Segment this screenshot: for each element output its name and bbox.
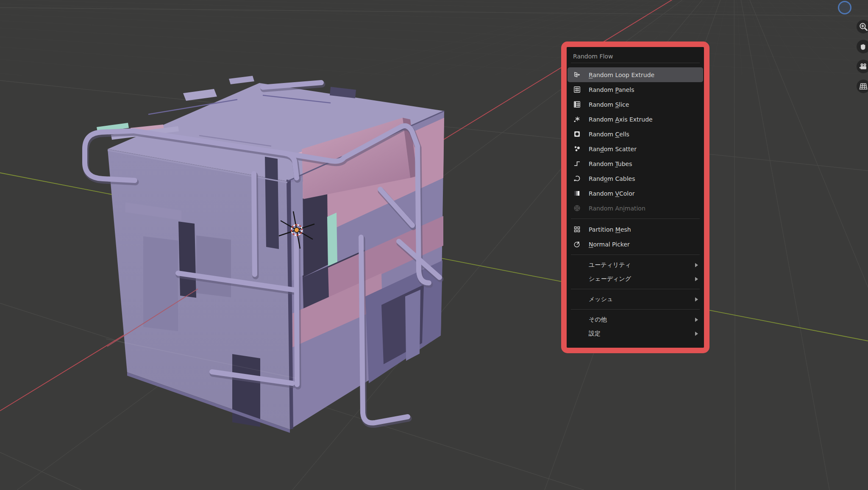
- cables-icon: [573, 175, 583, 183]
- menu-title: Random Flow: [567, 47, 704, 60]
- camera-view-button[interactable]: [857, 60, 868, 73]
- menu-separator: [571, 255, 700, 255]
- menu-item-label: Random Panels: [589, 86, 634, 93]
- menu-item-random-axis-extrude[interactable]: Random Axis Extrude: [568, 112, 703, 127]
- grid-ortho-button[interactable]: [857, 80, 868, 93]
- menu-item-shading[interactable]: シェーディング: [568, 272, 703, 286]
- submenu-arrow-icon: [695, 263, 698, 267]
- pan-hand-icon: [859, 42, 868, 51]
- menu-item-label: Random VColor: [589, 190, 635, 197]
- menu-separator: [571, 289, 700, 289]
- menu-item-label: Random Loop Extrude: [589, 72, 654, 78]
- submenu-arrow-icon: [695, 297, 698, 302]
- greeble-cube-model[interactable]: [85, 76, 444, 433]
- menu-item-label: Random Cells: [589, 131, 629, 138]
- zoom-button[interactable]: [857, 20, 868, 33]
- partition-icon: [573, 226, 583, 233]
- menu-item-label: Normal Picker: [589, 241, 630, 248]
- menu-item-label: 設定: [589, 330, 601, 338]
- menu-item-label: メッシュ: [589, 296, 613, 303]
- menu-item-partition-mesh[interactable]: Partition Mesh: [568, 222, 703, 237]
- menu-item-mesh[interactable]: メッシュ: [568, 292, 703, 306]
- menu-item-random-cells[interactable]: Random Cells: [568, 127, 703, 141]
- menu-item-settings[interactable]: 設定: [568, 327, 703, 341]
- loop-extrude-icon: [573, 71, 583, 79]
- menu-item-random-slice[interactable]: Random Slice: [568, 97, 703, 112]
- menu-item-random-panels[interactable]: Random Panels: [568, 82, 703, 97]
- submenu-arrow-icon: [695, 332, 698, 336]
- menu-item-label: Partition Mesh: [589, 226, 631, 233]
- animation-icon: [573, 205, 583, 212]
- menu-list: Random Loop Extrude Random Panels: [567, 63, 704, 346]
- panels-icon: [573, 86, 583, 94]
- menu-item-label: Random Scatter: [589, 146, 637, 152]
- menu-item-random-loop-extrude[interactable]: Random Loop Extrude: [568, 67, 703, 82]
- slice-icon: [573, 101, 583, 108]
- scatter-icon: [573, 145, 583, 153]
- viewport-scene: [0, 0, 868, 490]
- menu-item-label: Random Slice: [589, 101, 629, 108]
- navigation-gizmo[interactable]: [838, 1, 851, 14]
- menu-item-label: Random Tubes: [589, 161, 632, 167]
- menu-item-label: シェーディング: [589, 275, 631, 283]
- camera-view-icon: [859, 62, 868, 71]
- menu-item-label: Random Cables: [589, 175, 635, 182]
- menu-item-label: Random Axis Extrude: [589, 116, 653, 123]
- zoom-in-icon: [859, 22, 868, 31]
- grid-ortho-icon: [859, 82, 868, 91]
- menu-item-random-tubes[interactable]: Random Tubes: [568, 156, 703, 171]
- menu-item-label: Random Animation: [589, 205, 645, 212]
- submenu-arrow-icon: [695, 318, 698, 322]
- normal-picker-icon: [573, 241, 583, 248]
- cells-icon: [573, 130, 583, 138]
- axis-extrude-icon: [573, 116, 583, 123]
- pan-button[interactable]: [857, 40, 868, 53]
- menu-item-random-vcolor[interactable]: Random VColor: [568, 186, 703, 201]
- vcolor-icon: [573, 190, 583, 197]
- menu-item-label: ユーティリティ: [589, 261, 631, 269]
- menu-item-utilities[interactable]: ユーティリティ: [568, 258, 703, 272]
- menu-separator: [571, 309, 700, 310]
- menu-item-random-scatter[interactable]: Random Scatter: [568, 141, 703, 156]
- menu-item-random-animation[interactable]: Random Animation: [568, 201, 703, 216]
- menu-item-normal-picker[interactable]: Normal Picker: [568, 237, 703, 252]
- viewport-side-toolbar: [857, 20, 868, 100]
- blender-3d-viewport[interactable]: Random Flow Random Loop Extrude: [0, 0, 868, 490]
- menu-item-label: その他: [589, 316, 607, 324]
- tubes-icon: [573, 160, 583, 168]
- menu-separator: [571, 219, 700, 219]
- random-flow-context-menu: Random Flow Random Loop Extrude: [561, 42, 709, 353]
- menu-item-random-cables[interactable]: Random Cables: [568, 171, 703, 186]
- menu-item-others[interactable]: その他: [568, 313, 703, 327]
- submenu-arrow-icon: [695, 277, 698, 281]
- cursor-center-dot: [295, 228, 299, 232]
